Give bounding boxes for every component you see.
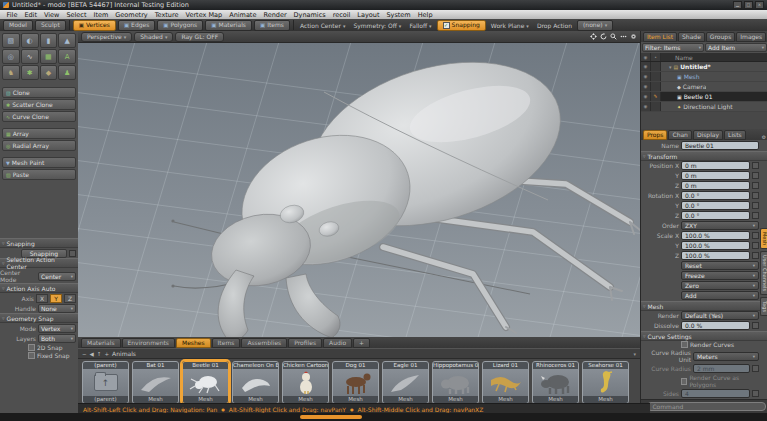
raygl-toggle[interactable]: Ray GL: OFF: [175, 32, 224, 42]
item-row-beetle[interactable]: ◉✎ ▣Beetle 01: [641, 92, 767, 102]
keyframe-dot[interactable]: [752, 202, 759, 209]
mode-items[interactable]: ▣Items: [254, 20, 290, 31]
add-button[interactable]: Add: [681, 291, 759, 300]
eye-icon[interactable]: ◉: [641, 82, 651, 91]
drop-action-value[interactable]: (none): [577, 20, 613, 31]
keyframe-dot[interactable]: [752, 172, 759, 179]
path-dropdown-icon[interactable]: ▾: [633, 351, 636, 357]
tab-assemblies[interactable]: Assemblies: [241, 338, 287, 348]
paste-button[interactable]: ▨Paste: [2, 169, 76, 180]
back-icon[interactable]: ◀: [90, 351, 94, 357]
keyframe-dot[interactable]: [752, 232, 759, 239]
rotate-icon[interactable]: [600, 33, 607, 40]
tab-chan[interactable]: Chan: [668, 130, 691, 140]
figure-tool-icon-3[interactable]: ◆: [40, 65, 58, 80]
render-dropdown[interactable]: Default (Yes): [681, 311, 759, 320]
tab-sculpt[interactable]: Sculpt: [35, 20, 66, 31]
preset-tile-parent[interactable]: (parent) ↑ (parent): [82, 361, 129, 404]
tab-materials[interactable]: Materials: [81, 338, 121, 348]
filter-dropdown[interactable]: Filter: Items: [642, 43, 704, 52]
tab-items[interactable]: Items: [212, 338, 241, 348]
eye-icon[interactable]: ◉: [641, 92, 651, 101]
minimize-button[interactable]: ▁: [733, 1, 742, 9]
order-dropdown[interactable]: ZXY: [681, 221, 759, 230]
menu-edit[interactable]: Edit: [21, 11, 41, 19]
axis-y-button[interactable]: Y: [50, 294, 62, 303]
preset-tile-seahorse[interactable]: Seahorse 01 Mesh: [582, 361, 629, 404]
position-z-field[interactable]: 0 m: [681, 181, 750, 190]
tab-props[interactable]: Props: [643, 130, 667, 140]
snap-mode-dropdown[interactable]: Vertex: [38, 324, 76, 333]
add-item-dropdown[interactable]: Add Item: [705, 43, 767, 52]
menu-geometry[interactable]: Geometry: [112, 11, 151, 19]
mesh-paint-button[interactable]: ▼Mesh Paint: [2, 157, 76, 168]
mode-vertices[interactable]: ▣Vertices: [73, 20, 116, 31]
rotation-y-field[interactable]: 0.0 °: [681, 201, 750, 210]
preset-tile-lizard[interactable]: Lizard 01 Mesh: [482, 361, 529, 404]
symmetry-dropdown[interactable]: Symmetry: Off: [350, 22, 404, 29]
eye-icon[interactable]: ◉: [641, 62, 651, 71]
viewport-options-icon[interactable]: [620, 33, 627, 40]
keyframe-dot[interactable]: [752, 322, 759, 329]
close-button[interactable]: ×: [755, 1, 764, 9]
array-button[interactable]: ▦Array: [2, 128, 76, 139]
menu-vertex-map[interactable]: Vertex Map: [182, 11, 226, 19]
up-level-icon[interactable]: ↑: [97, 351, 102, 357]
axis-x-button[interactable]: X: [36, 294, 48, 303]
tab-images[interactable]: Images: [736, 32, 766, 42]
eye-icon[interactable]: ◉: [641, 102, 651, 111]
side-tab-tags[interactable]: Tags: [760, 297, 767, 316]
zero-button[interactable]: Zero: [681, 281, 759, 290]
figure-tool-icon-1[interactable]: ♞: [2, 65, 20, 80]
handle-dropdown[interactable]: None: [38, 304, 76, 313]
snapping-section-header[interactable]: Snapping: [0, 238, 78, 248]
tab-meshes[interactable]: Meshes: [176, 338, 211, 348]
transform-section-header[interactable]: Transform: [641, 151, 767, 161]
preset-tile-bat[interactable]: Bat 01 Mesh: [132, 361, 179, 404]
center-mode-dropdown[interactable]: Center: [38, 272, 76, 281]
keyframe-dot[interactable]: [752, 242, 759, 249]
snapping-button[interactable]: ✓Snapping: [437, 20, 486, 31]
text-tool-icon[interactable]: A: [58, 49, 76, 64]
mode-polygons[interactable]: ▣Polygons: [157, 20, 203, 31]
scale-y-field[interactable]: 100.0 %: [681, 241, 750, 250]
rotation-z-field[interactable]: 0.0 °: [681, 211, 750, 220]
tab-browser-add[interactable]: +: [353, 338, 370, 348]
tab-model[interactable]: Model: [3, 20, 33, 31]
item-row-light[interactable]: ◉ ✦Directional Light: [641, 102, 767, 112]
menu-file[interactable]: File: [3, 11, 21, 19]
browser-path[interactable]: Animals: [112, 350, 136, 357]
cylinder-tool-icon[interactable]: ▮: [40, 33, 58, 48]
selection-action-center-header[interactable]: Selection Action Center: [0, 258, 78, 268]
rotation-x-field[interactable]: 0.0 °: [681, 191, 750, 200]
menu-help[interactable]: Help: [414, 11, 436, 19]
render-curves-checkbox[interactable]: [681, 341, 688, 348]
geometry-snap-header[interactable]: Geometry Snap: [0, 313, 78, 323]
menu-system[interactable]: System: [383, 11, 414, 19]
tab-shade[interactable]: Shade: [678, 32, 705, 42]
render-curve-polygons-checkbox[interactable]: [681, 378, 687, 385]
tab-environments[interactable]: Environments: [122, 338, 175, 348]
figure-tool-icon-2[interactable]: ✱: [21, 65, 39, 80]
layers-dropdown[interactable]: Both: [38, 334, 76, 343]
mode-materials[interactable]: ▣Materials: [205, 20, 252, 31]
preset-tile-hippo[interactable]: Hippopotamus 01 Mesh: [432, 361, 479, 404]
command-input[interactable]: Command: [647, 402, 766, 411]
preset-tile-chameleon[interactable]: Chameleon On Br Mesh: [232, 361, 279, 404]
item-row-camera[interactable]: ◉ ◆Camera: [641, 82, 767, 92]
cone-tool-icon[interactable]: ▲: [58, 33, 76, 48]
preset-tile-rhino[interactable]: Rhinoceros 01 Mesh: [532, 361, 579, 404]
radial-array-button[interactable]: ◎Radial Array: [2, 140, 76, 151]
tab-groups[interactable]: Groups: [706, 32, 735, 42]
menu-select[interactable]: Select: [63, 11, 90, 19]
torus-tool-icon[interactable]: ◎: [2, 49, 20, 64]
keyframe-dot[interactable]: [752, 182, 759, 189]
mesh-patch-tool-icon[interactable]: ▦: [40, 49, 58, 64]
preset-tile-dog[interactable]: Dog 01 Mesh: [332, 361, 379, 404]
tab-audio[interactable]: Audio: [323, 338, 352, 348]
keyframe-dot[interactable]: [752, 192, 759, 199]
name-field[interactable]: Beetle 01: [681, 141, 759, 150]
cube-tool-icon[interactable]: ▧: [2, 33, 20, 48]
action-axis-auto-header[interactable]: Action Axis Auto: [0, 283, 78, 293]
projection-dropdown[interactable]: Perspective: [81, 32, 132, 42]
